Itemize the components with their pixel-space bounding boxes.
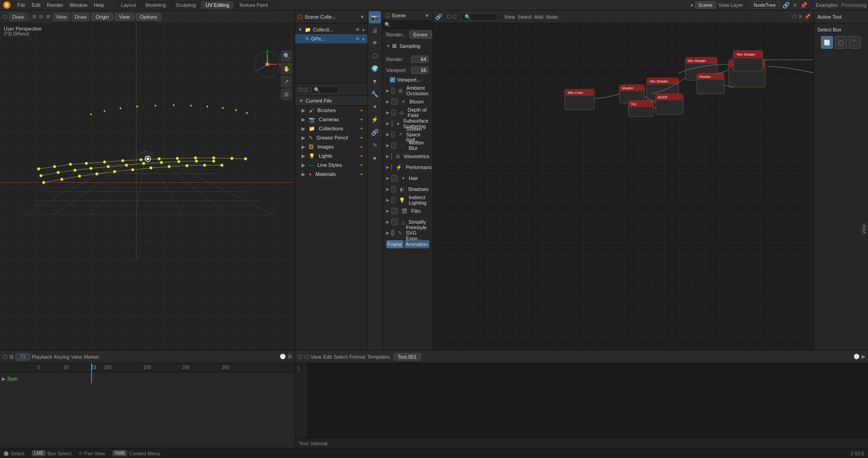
- select-box-circle[interactable]: ◯: [835, 36, 847, 49]
- toolbar-icon-1[interactable]: ⊞: [31, 13, 37, 21]
- tab-sculpting[interactable]: Sculpting: [171, 1, 200, 9]
- toolbar-icon-2[interactable]: ⊟: [38, 13, 44, 21]
- render-engine-select[interactable]: Eevee: [409, 31, 432, 39]
- timeline-clock-icon[interactable]: 🕐: [280, 354, 286, 360]
- text-view-menu[interactable]: View: [311, 354, 322, 360]
- origin-selector[interactable]: Origin: [92, 13, 113, 21]
- file-item-collections[interactable]: ▶ 📁 Collections 🔸: [295, 124, 368, 133]
- file-item-lights[interactable]: ▶ 💡 Lights 🔸: [295, 151, 368, 160]
- perf-checkbox[interactable]: [391, 164, 392, 170]
- prop-icon-scene[interactable]: ⬡: [369, 50, 381, 62]
- timeline-snap-icon[interactable]: ⊞: [288, 354, 292, 360]
- node-icon-1[interactable]: ⬡: [447, 14, 451, 20]
- node-add-label[interactable]: Add: [534, 14, 543, 20]
- effect-bloom[interactable]: ▶ ☀ Bloom: [383, 96, 432, 107]
- node-select-label[interactable]: Select: [518, 14, 532, 20]
- tool-icon-hand[interactable]: ✋: [281, 63, 292, 74]
- text-timer-icon[interactable]: 🕐: [853, 354, 860, 360]
- text-templates-menu[interactable]: Templates: [367, 354, 390, 360]
- free-checkbox[interactable]: [391, 230, 394, 236]
- menu-file[interactable]: File: [15, 1, 28, 9]
- outliner-item-collection[interactable]: ▼ 📁 Collecti... 👁 ●: [295, 25, 368, 34]
- timeline-marker-menu[interactable]: Marker: [84, 354, 99, 360]
- tool-icon-cursor[interactable]: ↗: [281, 76, 292, 87]
- sss-checkbox[interactable]: [391, 120, 393, 127]
- viewport-denoising-check[interactable]: ✓: [390, 77, 395, 82]
- effect-hair[interactable]: ▶ ✦ Hair: [383, 173, 432, 184]
- draw-btn[interactable]: Draw: [71, 13, 90, 21]
- tool-icon-grid[interactable]: ⊞: [281, 89, 292, 100]
- view-side-panel-label[interactable]: View: [861, 222, 868, 236]
- text-format-menu[interactable]: Format: [349, 354, 365, 360]
- prop-icon-output[interactable]: 🖨: [369, 24, 381, 36]
- collection-cam-icon[interactable]: ●: [362, 27, 365, 32]
- animation-tab[interactable]: Animation: [404, 240, 429, 248]
- il-checkbox[interactable]: [391, 197, 395, 203]
- prop-icon-world[interactable]: 🌍: [369, 62, 381, 74]
- close-node-icon[interactable]: ✕: [792, 2, 797, 9]
- file-item-linestyles[interactable]: ▶ — Line Styles 🔸: [295, 160, 368, 170]
- select-box-lasso[interactable]: ⌒: [849, 36, 861, 49]
- prop-icon-object-data[interactable]: ✎: [369, 139, 381, 151]
- tab-uv-editing[interactable]: UV Editing: [201, 1, 234, 9]
- viewport-type-selector[interactable]: ⬡: [3, 14, 7, 20]
- node-tree-label[interactable]: NodeTree: [750, 1, 780, 9]
- text-run-icon[interactable]: ▶: [862, 354, 865, 360]
- tab-layout[interactable]: Layout: [117, 1, 141, 9]
- effect-performance[interactable]: ▶ ⚡ Performance: [383, 162, 432, 173]
- bloom-checkbox[interactable]: [391, 98, 398, 105]
- effect-freestyle[interactable]: ▶ ✎ Freestyle SVG Expo...: [383, 227, 432, 238]
- node-type-icon[interactable]: 🔗: [435, 14, 442, 20]
- timeline-frame-input[interactable]: [15, 353, 30, 360]
- effect-dof[interactable]: ▶ ◎ Depth of Field: [383, 107, 432, 118]
- file-item-cameras[interactable]: ▶ 📷 Cameras 🔸: [295, 115, 368, 124]
- menu-render[interactable]: Render: [44, 1, 66, 9]
- props-search-input[interactable]: [384, 22, 430, 27]
- props-scene-filter[interactable]: ▼: [424, 13, 429, 18]
- effect-film[interactable]: ▶ 🎬 Film: [383, 206, 432, 216]
- effect-ssr[interactable]: ▶ ↗ Screen Space Refl...: [383, 129, 432, 140]
- hair-checkbox[interactable]: [391, 175, 398, 181]
- simp-checkbox[interactable]: [391, 219, 398, 225]
- prop-icon-object[interactable]: ▼: [369, 75, 381, 87]
- node-tree-icon[interactable]: 🔗: [782, 2, 790, 9]
- menu-window[interactable]: Window: [67, 1, 90, 9]
- draw-mode-btn[interactable]: Draw: [9, 13, 27, 21]
- node-search-input[interactable]: [461, 13, 498, 21]
- prop-icon-view[interactable]: 👁: [369, 37, 381, 49]
- options-selector[interactable]: Options: [136, 13, 161, 21]
- sort-icon[interactable]: ⬡: [303, 87, 308, 93]
- node-icon-2[interactable]: ⬡: [452, 14, 457, 20]
- prop-icon-material[interactable]: ●: [369, 152, 381, 164]
- text-select-menu[interactable]: Select: [334, 354, 348, 360]
- file-item-images[interactable]: ▶ 🖼 Images 🔸: [295, 142, 368, 151]
- view-btn[interactable]: View: [53, 13, 70, 21]
- prop-icon-physics[interactable]: ⚡: [369, 113, 381, 125]
- render-sample-value[interactable]: 64: [411, 56, 429, 63]
- sampling-section-header[interactable]: ▼ ⊞ Sampling: [383, 41, 432, 51]
- prop-icon-modifier[interactable]: 🔧: [369, 88, 381, 100]
- tab-modeling[interactable]: Modeling: [141, 1, 171, 9]
- collection-visibility-icon[interactable]: 👁: [355, 27, 360, 32]
- text-file-name[interactable]: Text.001: [393, 353, 421, 360]
- file-search-input[interactable]: [311, 86, 339, 93]
- toolbar-icon-3[interactable]: ⊞: [45, 13, 51, 21]
- node-view-label[interactable]: View: [504, 14, 515, 20]
- node-node-label[interactable]: Node: [546, 14, 558, 20]
- menu-edit[interactable]: Edit: [29, 1, 43, 9]
- dof-checkbox[interactable]: [391, 109, 396, 116]
- select-box-rect[interactable]: ⬜: [821, 36, 833, 49]
- view-toggle-icon[interactable]: ⬡: [298, 87, 302, 93]
- text-edit-menu[interactable]: Edit: [323, 354, 332, 360]
- mb-checkbox[interactable]: [391, 142, 396, 149]
- text-type-icon[interactable]: ⬡: [298, 354, 302, 360]
- film-checkbox[interactable]: [391, 208, 398, 214]
- file-item-materials[interactable]: ▶ ● Materials 🔸: [295, 170, 368, 179]
- text-content[interactable]: [306, 363, 868, 438]
- effect-volumetrics[interactable]: ▶ ⊞ Volumetrics: [383, 151, 432, 162]
- playback-menu[interactable]: Playback: [32, 354, 52, 360]
- effect-ambient-occlusion[interactable]: ▶ ⊞ Ambient Occlusion: [383, 85, 432, 96]
- prop-icon-render[interactable]: 📷: [369, 11, 381, 23]
- viewport-sample-value[interactable]: 16: [411, 67, 429, 74]
- node-close-icon[interactable]: ✕: [798, 14, 802, 20]
